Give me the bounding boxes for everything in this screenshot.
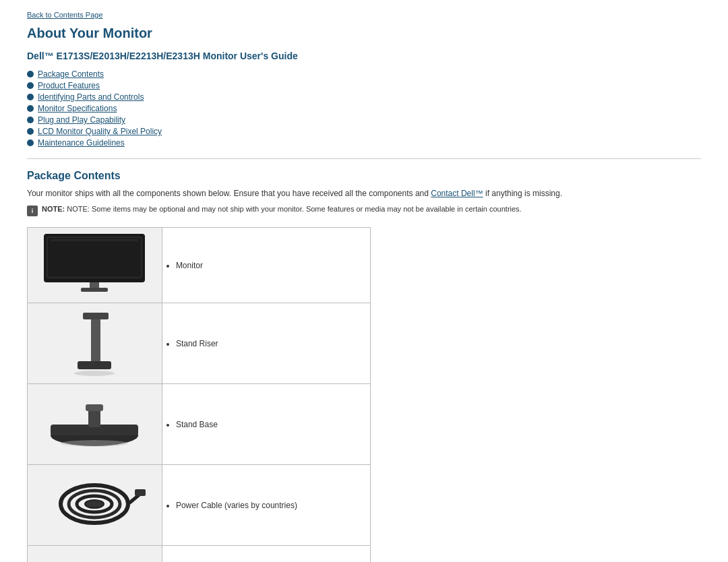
- stand-base-illustration: [37, 387, 152, 460]
- table-row-stand-riser: Stand Riser: [28, 303, 371, 384]
- svg-point-15: [61, 440, 128, 447]
- svg-point-19: [85, 500, 104, 508]
- toc-item-4: Plug and Play Capability: [27, 115, 701, 125]
- stand-base-desc-cell: Stand Base: [162, 384, 370, 465]
- toc-item-6: Maintenance Guidelines: [27, 138, 701, 148]
- toc-link-1[interactable]: Product Features: [38, 81, 100, 90]
- power-cable-illustration: [37, 468, 152, 540]
- toc-item-3: Monitor Specifications: [27, 104, 701, 113]
- contact-dell-link[interactable]: Contact Dell™: [431, 189, 483, 198]
- svg-point-10: [74, 371, 115, 376]
- intro-paragraph: Your monitor ships with all the componen…: [27, 189, 701, 198]
- power-cable-image-cell: [28, 465, 162, 546]
- monitor-illustration: DELL: [37, 230, 152, 298]
- svg-rect-5: [81, 288, 108, 292]
- vga-cable-desc-cell: VGA Cable (attached to the monitor or in…: [162, 546, 370, 563]
- vga-cable-illustration: [37, 549, 152, 562]
- svg-rect-9: [78, 361, 111, 369]
- toc-link-3[interactable]: Monitor Specifications: [38, 104, 117, 113]
- toc-item-5: LCD Monitor Quality & Pixel Policy: [27, 127, 701, 136]
- page-title: About Your Monitor: [27, 26, 701, 41]
- svg-rect-14: [86, 404, 103, 411]
- svg-rect-4: [90, 282, 99, 288]
- monitor-image-cell: DELL: [28, 228, 162, 303]
- svg-rect-8: [83, 313, 109, 319]
- monitor-desc-cell: Monitor: [162, 228, 370, 303]
- svg-rect-2: [48, 238, 141, 277]
- table-row-vga-cable: VGA Cable (attached to the monitor or in…: [28, 546, 371, 563]
- toc-link-5[interactable]: LCD Monitor Quality & Pixel Policy: [38, 127, 162, 136]
- toc-item-2: Identifying Parts and Controls: [27, 92, 701, 102]
- stand-base-image-cell: [28, 384, 162, 465]
- toc-item-1: Product Features: [27, 81, 701, 90]
- section-divider: [27, 158, 701, 159]
- svg-rect-7: [91, 313, 100, 363]
- vga-cable-image-cell: [28, 546, 162, 563]
- stand-riser-illustration: [37, 306, 152, 379]
- toc-link-2[interactable]: Identifying Parts and Controls: [38, 92, 144, 102]
- package-contents-title: Package Contents: [27, 170, 701, 182]
- package-table: DELL Monitor: [27, 227, 371, 562]
- toc-link-0[interactable]: Package Contents: [38, 69, 104, 79]
- svg-rect-6: [51, 239, 138, 241]
- toc-list: Package Contents Product Features Identi…: [27, 69, 701, 148]
- back-to-contents-link[interactable]: Back to Contents Page: [27, 11, 701, 19]
- power-cable-desc-cell: Power Cable (varies by countries): [162, 465, 370, 546]
- table-row-monitor: DELL Monitor: [28, 228, 371, 303]
- table-row-power-cable: Power Cable (varies by countries): [28, 465, 371, 546]
- stand-riser-desc-cell: Stand Riser: [162, 303, 370, 384]
- svg-rect-21: [135, 489, 146, 496]
- page-subtitle: Dell™ E1713S/E2013H/E2213H/E2313H Monito…: [27, 51, 701, 61]
- toc-link-6[interactable]: Maintenance Guidelines: [38, 138, 125, 148]
- note-text: NOTE: NOTE: Some items may be optional a…: [42, 205, 522, 213]
- note-icon: i: [27, 206, 38, 216]
- toc-link-4[interactable]: Plug and Play Capability: [38, 115, 125, 125]
- toc-item-0: Package Contents: [27, 69, 701, 79]
- stand-riser-image-cell: [28, 303, 162, 384]
- note-box: i NOTE: NOTE: Some items may be optional…: [27, 205, 701, 216]
- table-row-stand-base: Stand Base: [28, 384, 371, 465]
- cable-coil-group: [61, 485, 146, 523]
